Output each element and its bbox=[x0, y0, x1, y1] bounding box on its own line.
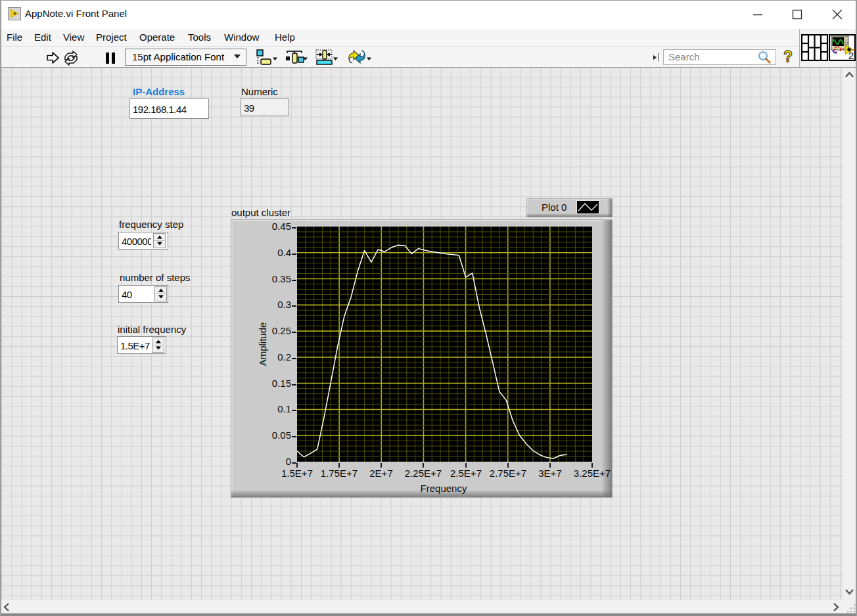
svg-text:2: 2 bbox=[848, 50, 854, 61]
svg-text:?: ? bbox=[783, 49, 793, 65]
